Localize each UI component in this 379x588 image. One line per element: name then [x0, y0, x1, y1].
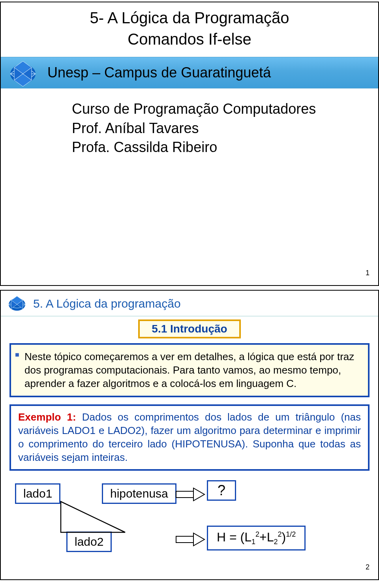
svg-rect-14 — [176, 536, 193, 543]
svg-marker-13 — [193, 488, 205, 501]
globe-icon — [6, 59, 39, 86]
svg-marker-15 — [193, 533, 205, 546]
example-box: Exemplo 1: Dados os comprimentos dos lad… — [9, 404, 370, 470]
slide2-header-text: 5. A Lógica da programação — [33, 297, 181, 310]
title-line-2: Comandos If-else — [128, 30, 251, 48]
course-line-1: Curso de Programação Computadores — [72, 100, 362, 119]
svg-rect-12 — [176, 491, 193, 498]
formula-plus: +L — [259, 530, 274, 544]
lado1-box: lado1 — [15, 483, 60, 504]
subtitle-text: Unesp – Campus de Guaratinguetá — [47, 64, 271, 81]
formula-sub1: 1 — [251, 538, 255, 546]
course-line-3: Profa. Cassilda Ribeiro — [72, 138, 362, 157]
page-number-2: 2 — [366, 563, 370, 571]
page-number-1: 1 — [366, 269, 370, 277]
formula-sub2: 2 — [274, 538, 278, 546]
title-block: 5- A Lógica da Programação Comandos If-e… — [1, 2, 378, 50]
intro-label: 5.1 Introdução — [152, 323, 227, 335]
formula-sup1: 2 — [255, 530, 259, 538]
slide-1: 5- A Lógica da Programação Comandos If-e… — [0, 2, 379, 286]
arrow-icon — [175, 532, 205, 547]
svg-marker-11 — [61, 502, 125, 532]
triangle-icon — [60, 501, 127, 536]
slide2-header: 5. A Lógica da programação — [1, 291, 378, 316]
formula-prefix: H = (L — [217, 530, 251, 544]
intro-box: 5.1 Introdução — [138, 319, 241, 338]
subtitle-band: Unesp – Campus de Guaratinguetá — [1, 57, 378, 88]
example-label: Exemplo 1: — [18, 411, 76, 423]
note-box: Neste tópico começaremos a ver em detalh… — [9, 343, 370, 397]
note-text: Neste tópico começaremos a ver em detalh… — [24, 351, 354, 389]
slide-2: 5. A Lógica da programação 5.1 Introduçã… — [0, 290, 379, 580]
question-box: ? — [207, 480, 236, 501]
globe-icon — [6, 295, 28, 313]
diagram: lado1 hipotenusa ? lado2 H = (L12+L22)1/… — [9, 476, 370, 555]
course-line-2: Prof. Aníbal Tavares — [72, 119, 362, 138]
formula-exp: 1/2 — [286, 530, 296, 538]
course-block: Curso de Programação Computadores Prof. … — [1, 88, 378, 157]
formula-box: H = (L12+L22)1/2 — [207, 526, 306, 550]
formula-close: ) — [282, 530, 286, 544]
title-line-1: 5- A Lógica da Programação — [90, 9, 289, 26]
formula-sup2: 2 — [278, 530, 282, 538]
arrow-icon — [175, 487, 205, 502]
